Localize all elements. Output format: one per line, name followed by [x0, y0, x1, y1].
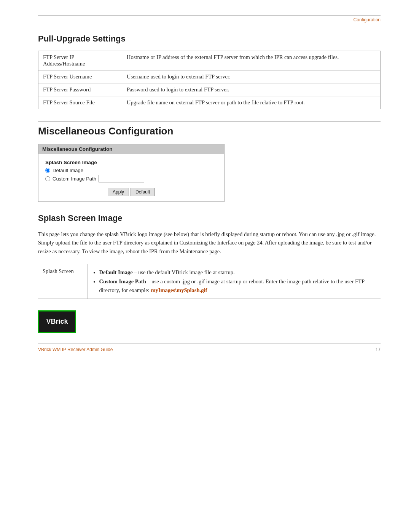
bullet1-suffix: – use the default VBrick image file at s… [134, 269, 234, 275]
table-row: FTP Server IP Address/Hostname Hostname … [38, 51, 381, 70]
radio-custom-image[interactable] [45, 176, 50, 181]
table-row: FTP Server Source File Upgrade file name… [38, 96, 381, 109]
splash-table-row: Splash Screen Default Image – use the de… [38, 264, 381, 299]
custom-image-path-input[interactable] [99, 175, 144, 182]
row-label: FTP Server Password [38, 83, 122, 96]
row-label: FTP Server Username [38, 70, 122, 83]
footer-left-text: VBrick WM IP Receiver Admin Guide [38, 347, 113, 352]
apply-button[interactable]: Apply [108, 188, 129, 196]
table-row: FTP Server Username Username used to log… [38, 70, 381, 83]
splash-bullet-1: Default Image – use the default VBrick i… [99, 268, 376, 277]
misc-config-body: Splash Screen Image Default Image Custom… [38, 154, 224, 201]
customizing-interface-link[interactable]: Customizing the Interface [180, 240, 237, 246]
page-footer: VBrick WM IP Receiver Admin Guide 17 [38, 343, 381, 352]
example-link: myImages\mySplash.gif [151, 287, 207, 293]
row-description: Hostname or IP address of the external F… [122, 51, 381, 70]
row-description: Upgrade file name on external FTP server… [122, 96, 381, 109]
splash-screen-box-label: Splash Screen Image [45, 160, 217, 165]
radio-default-image[interactable] [45, 168, 50, 173]
button-row: Apply Default [45, 188, 217, 196]
footer-page-number: 17 [376, 347, 381, 352]
default-button[interactable]: Default [131, 188, 155, 196]
splash-table-label: Splash Screen [38, 264, 88, 299]
row-label: FTP Server Source File [38, 96, 122, 109]
radio-default-row: Default Image [45, 168, 217, 173]
radio-custom-row: Custom Image Path [45, 175, 217, 182]
vbrick-logo-text: VBrick [46, 318, 68, 326]
radio-custom-label: Custom Image Path [53, 176, 96, 182]
misc-config-heading: Miscellaneous Configuration [38, 121, 381, 137]
misc-config-box: Miscellaneous Configuration Splash Scree… [38, 144, 225, 202]
splash-body-text: This page lets you change the splash VBr… [38, 230, 381, 256]
table-row: FTP Server Password Password used to log… [38, 83, 381, 96]
radio-default-label: Default Image [53, 168, 83, 173]
splash-screen-table: Splash Screen Default Image – use the de… [38, 264, 381, 299]
breadcrumb-bar: Configuration [38, 17, 381, 22]
top-rule [38, 15, 381, 16]
row-description: Password used to login to external FTP s… [122, 83, 381, 96]
bullet1-prefix: Default Image [99, 269, 133, 275]
row-label: FTP Server IP Address/Hostname [38, 51, 122, 70]
pull-upgrade-heading: Pull-Upgrade Settings [38, 34, 381, 44]
vbrick-logo: VBrick [38, 310, 76, 333]
pull-upgrade-table: FTP Server IP Address/Hostname Hostname … [38, 51, 381, 109]
row-description: Username used to login to external FTP s… [122, 70, 381, 83]
bullet2-prefix: Custom Image Path [99, 278, 146, 284]
splash-bullet-2: Custom Image Path – use a custom .jpg or… [99, 277, 376, 295]
splash-table-content: Default Image – use the default VBrick i… [88, 264, 381, 299]
breadcrumb: Configuration [354, 17, 381, 22]
splash-screen-heading: Splash Screen Image [38, 213, 381, 223]
misc-config-box-title: Miscellaneous Configuration [38, 144, 224, 154]
